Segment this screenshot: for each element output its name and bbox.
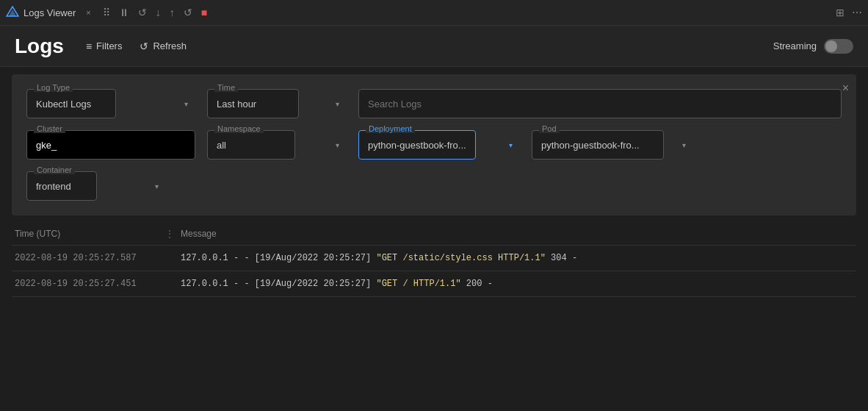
app-title: Logs Viewer bbox=[23, 7, 76, 18]
time-label: Time bbox=[214, 83, 238, 92]
row-message-2: 127.0.0.1 - - [19/Aug/2022 20:25:27] "GE… bbox=[181, 279, 856, 289]
column-message-header: Message bbox=[181, 229, 856, 239]
toggle-knob bbox=[825, 40, 837, 52]
column-time-header: Time (UTC) bbox=[12, 229, 159, 239]
log-type-select-wrapper: Kubectl Logs Node Logs Events ▾ bbox=[26, 89, 195, 118]
row-link-1: "GET /static/style.css HTTP/1.1" bbox=[376, 253, 545, 263]
column-options-icon[interactable]: ⋮ bbox=[159, 229, 181, 239]
streaming-toggle[interactable] bbox=[824, 39, 853, 54]
refresh-label: Refresh bbox=[153, 40, 187, 51]
row-message-1: 127.0.0.1 - - [19/Aug/2022 20:25:27] "GE… bbox=[181, 253, 856, 263]
filter-row-2: Cluster Namespace all default kube-syste… bbox=[26, 130, 842, 160]
pod-select-wrapper: python-guestbook-fro... ▾ bbox=[532, 130, 693, 160]
container-chevron-icon: ▾ bbox=[155, 182, 159, 190]
cluster-input[interactable] bbox=[26, 130, 195, 160]
refresh-icon: ↺ bbox=[140, 40, 148, 52]
grip-icon[interactable]: ⠿ bbox=[101, 5, 112, 20]
filter-row-1: Log Type Kubectl Logs Node Logs Events ▾… bbox=[26, 89, 842, 118]
table-row: 2022-08-19 20:25:27.587 127.0.0.1 - - [1… bbox=[12, 246, 856, 271]
container-select-wrapper: frontend backend ▾ bbox=[26, 171, 166, 201]
filters-label: Filters bbox=[96, 40, 122, 51]
refresh-button[interactable]: ↺ Refresh bbox=[132, 37, 194, 55]
time-chevron-icon: ▾ bbox=[336, 100, 339, 108]
container-field: Container frontend backend ▾ bbox=[26, 171, 166, 201]
log-type-chevron-icon: ▾ bbox=[184, 100, 188, 108]
log-type-field: Log Type Kubectl Logs Node Logs Events ▾ bbox=[26, 89, 195, 118]
namespace-select[interactable]: all default kube-system bbox=[207, 130, 295, 160]
upload-icon[interactable]: ↑ bbox=[168, 5, 176, 20]
title-bar: Logs Viewer × ⠿ ⏸ ↺ ↓ ↑ ↺ ■ ⊞ ⋯ bbox=[0, 0, 868, 26]
table-row: 2022-08-19 20:25:27.451 127.0.0.1 - - [1… bbox=[12, 271, 856, 297]
deployment-select[interactable]: python-guestbook-fro... bbox=[358, 130, 476, 160]
filter-row-3: Container frontend backend ▾ bbox=[26, 171, 842, 201]
deployment-field: Deployment python-guestbook-fro... ▾ bbox=[358, 130, 520, 160]
row-time-1: 2022-08-19 20:25:27.587 bbox=[12, 253, 159, 263]
header-right: Streaming bbox=[773, 39, 853, 54]
streaming-label: Streaming bbox=[773, 40, 817, 51]
row-prefix-1: 127.0.0.1 - - [19/Aug/2022 20:25:27] bbox=[181, 253, 376, 263]
title-bar-right: ⊞ ⋯ bbox=[836, 7, 862, 18]
logs-table: Time (UTC) ⋮ Message 2022-08-19 20:25:27… bbox=[0, 223, 868, 297]
pod-select[interactable]: python-guestbook-fro... bbox=[532, 130, 664, 160]
reset-icon[interactable]: ↺ bbox=[182, 5, 194, 20]
close-tab-button[interactable]: × bbox=[83, 7, 93, 18]
main-header: Logs ≡ Filters ↺ Refresh Streaming bbox=[0, 26, 868, 67]
time-select[interactable]: Last hour Last 6 hours Last 24 hours Las… bbox=[207, 89, 299, 118]
log-type-select[interactable]: Kubectl Logs Node Logs Events bbox=[26, 89, 116, 118]
pause-icon[interactable]: ⏸ bbox=[117, 5, 131, 20]
cluster-field: Cluster bbox=[26, 130, 195, 160]
refresh-small-icon[interactable]: ↺ bbox=[137, 5, 148, 20]
row-suffix-1: 304 - bbox=[546, 253, 577, 263]
deployment-select-wrapper: python-guestbook-fro... ▾ bbox=[358, 130, 520, 160]
filters-button[interactable]: ≡ Filters bbox=[79, 37, 130, 55]
more-options-icon[interactable]: ⋯ bbox=[852, 7, 862, 18]
row-time-2: 2022-08-19 20:25:27.451 bbox=[12, 279, 159, 289]
deployment-chevron-icon: ▾ bbox=[509, 141, 513, 149]
row-link-2: "GET / HTTP/1.1" bbox=[376, 279, 460, 289]
container-label: Container bbox=[34, 165, 75, 174]
table-header: Time (UTC) ⋮ Message bbox=[12, 223, 856, 246]
pod-field: Pod python-guestbook-fro... ▾ bbox=[532, 130, 693, 160]
namespace-select-wrapper: all default kube-system ▾ bbox=[207, 130, 347, 160]
time-select-wrapper: Last hour Last 6 hours Last 24 hours Las… bbox=[207, 89, 347, 118]
filters-icon: ≡ bbox=[86, 40, 92, 52]
namespace-chevron-icon: ▾ bbox=[336, 141, 339, 149]
search-logs-field bbox=[358, 89, 842, 118]
filter-panel: × Log Type Kubectl Logs Node Logs Events… bbox=[12, 74, 856, 215]
split-view-icon[interactable]: ⊞ bbox=[836, 7, 845, 18]
download-icon[interactable]: ↓ bbox=[154, 5, 162, 20]
namespace-field: Namespace all default kube-system ▾ bbox=[207, 130, 347, 160]
container-select[interactable]: frontend backend bbox=[26, 171, 97, 201]
cluster-label: Cluster bbox=[34, 124, 65, 133]
pod-label: Pod bbox=[539, 124, 560, 133]
pod-chevron-icon: ▾ bbox=[682, 141, 686, 149]
stop-icon[interactable]: ■ bbox=[200, 5, 209, 20]
toolbar-icons: ⠿ ⏸ ↺ ↓ ↑ ↺ ■ bbox=[101, 5, 209, 20]
row-suffix-2: 200 - bbox=[461, 279, 493, 289]
row-prefix-2: 127.0.0.1 - - [19/Aug/2022 20:25:27] bbox=[181, 279, 376, 289]
page-title: Logs bbox=[15, 35, 64, 58]
search-logs-input[interactable] bbox=[358, 89, 842, 118]
namespace-label: Namespace bbox=[214, 124, 264, 133]
time-field: Time Last hour Last 6 hours Last 24 hour… bbox=[207, 89, 347, 118]
filter-close-button[interactable]: × bbox=[842, 82, 849, 95]
log-type-label: Log Type bbox=[34, 83, 73, 92]
app-logo bbox=[6, 6, 19, 19]
deployment-label: Deployment bbox=[366, 124, 415, 133]
